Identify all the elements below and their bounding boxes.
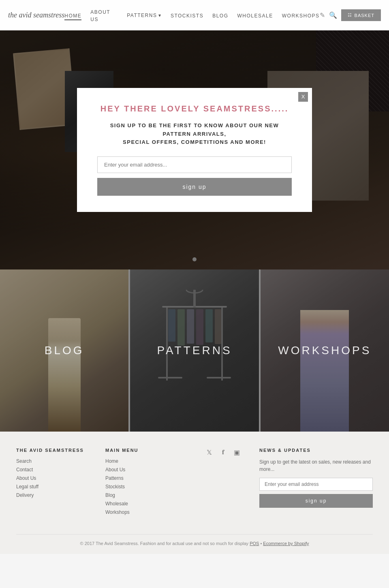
blog-card[interactable]: BLOG	[0, 269, 128, 432]
blog-label: BLOG	[45, 344, 84, 357]
modal-overlay: X HEY THERE LOVELY SEAMSTRESS..... SIGN …	[0, 30, 389, 269]
nav-wholesale[interactable]: WHOLESALE	[237, 13, 273, 19]
footer-link-legal[interactable]: Legal stuff	[16, 484, 97, 490]
footer-social-icons: 𝕏 𝐟 ▣	[205, 448, 241, 457]
footer-grid: THE AVID SEAMSTRESS Search Contact About…	[16, 448, 373, 518]
footer-menu-wholesale[interactable]: Wholesale	[105, 501, 186, 507]
main-nav: HOME ABOUT US PATTERNS ▾ STOCKISTS BLOG …	[64, 8, 319, 23]
patterns-overlay: PATTERNS	[130, 269, 259, 432]
footer-menu-col: MAIN MENU Home About Us Patterns Stockis…	[105, 448, 186, 518]
nav-patterns[interactable]: PATTERNS ▾	[127, 13, 162, 18]
basket-button[interactable]: ☷ BASKET	[341, 9, 381, 21]
footer-menu-workshops[interactable]: Workshops	[105, 509, 186, 515]
facebook-icon[interactable]: 𝐟	[218, 448, 227, 457]
modal-email-input[interactable]	[97, 156, 292, 173]
basket-cart-icon: ☷	[348, 13, 352, 18]
user-icon[interactable]: ✎	[320, 11, 325, 19]
footer-brand-col: THE AVID SEAMSTRESS Search Contact About…	[16, 448, 97, 518]
pos-link[interactable]: POS	[250, 541, 259, 546]
footer-signup-button[interactable]: sign up	[259, 494, 373, 508]
twitter-icon[interactable]: 𝕏	[205, 448, 214, 457]
copyright-text: © 2017 The Avid Seamstress. Fashion and …	[80, 541, 249, 546]
footer-news-col: NEWS & UPDATES Sign up to get the latest…	[259, 448, 373, 518]
footer-menu-stockists[interactable]: Stockists	[105, 484, 186, 490]
footer-link-delivery[interactable]: Delivery	[16, 492, 97, 498]
footer-copyright: © 2017 The Avid Seamstress. Fashion and …	[16, 534, 373, 546]
footer-social-col: 𝕏 𝐟 ▣	[194, 448, 251, 518]
instagram-icon[interactable]: ▣	[232, 448, 241, 457]
feature-grid: BLOG	[0, 269, 389, 432]
header-icons: ✎ 🔍 ☷ BASKET	[320, 9, 381, 21]
nav-stockists[interactable]: STOCKISTS	[171, 13, 203, 19]
site-logo[interactable]: the avid seamstress	[8, 11, 64, 19]
footer-news-title: NEWS & UPDATES	[259, 448, 373, 453]
nav-workshops[interactable]: WORKSHOPS	[282, 13, 320, 19]
footer-email-input[interactable]	[259, 478, 373, 491]
modal-subtitle: SIGN UP TO BE THE FIRST TO KNOW ABOUT OU…	[97, 122, 292, 147]
modal-close-button[interactable]: X	[298, 92, 308, 102]
site-header: the avid seamstress HOME ABOUT US PATTER…	[0, 0, 389, 30]
workshops-label: WORKSHOPS	[278, 344, 371, 357]
footer-link-search[interactable]: Search	[16, 458, 97, 464]
modal-title: HEY THERE LOVELY SEAMSTRESS.....	[97, 104, 292, 113]
search-icon[interactable]: 🔍	[329, 11, 337, 19]
patterns-card[interactable]: PATTERNS	[130, 269, 259, 432]
footer-menu-blog[interactable]: Blog	[105, 492, 186, 498]
footer-menu-title: MAIN MENU	[105, 448, 186, 453]
footer-brand-title: THE AVID SEAMSTRESS	[16, 448, 97, 453]
signup-modal: X HEY THERE LOVELY SEAMSTRESS..... SIGN …	[77, 88, 312, 212]
patterns-label: PATTERNS	[157, 344, 232, 357]
blog-overlay: BLOG	[0, 269, 128, 432]
site-footer: THE AVID SEAMSTRESS Search Contact About…	[0, 432, 389, 554]
footer-menu-about[interactable]: About Us	[105, 467, 186, 473]
hero-section: X HEY THERE LOVELY SEAMSTRESS..... SIGN …	[0, 30, 389, 269]
dropdown-arrow-icon: ▾	[158, 13, 162, 18]
nav-home[interactable]: HOME	[64, 13, 81, 20]
footer-menu-home[interactable]: Home	[105, 458, 186, 464]
footer-news-text: Sign up to get the latest on sales, new …	[259, 458, 373, 473]
footer-menu-patterns[interactable]: Patterns	[105, 475, 186, 481]
workshops-card[interactable]: WORKSHOPS	[261, 269, 389, 432]
modal-signup-button[interactable]: sign up	[97, 178, 292, 196]
nav-blog[interactable]: BLOG	[212, 13, 228, 19]
nav-about[interactable]: ABOUT US	[90, 9, 110, 22]
workshops-overlay: WORKSHOPS	[261, 269, 389, 432]
footer-link-contact[interactable]: Contact	[16, 467, 97, 473]
shopify-link[interactable]: Ecommerce by Shopify	[263, 541, 309, 546]
footer-link-about[interactable]: About Us	[16, 475, 97, 481]
